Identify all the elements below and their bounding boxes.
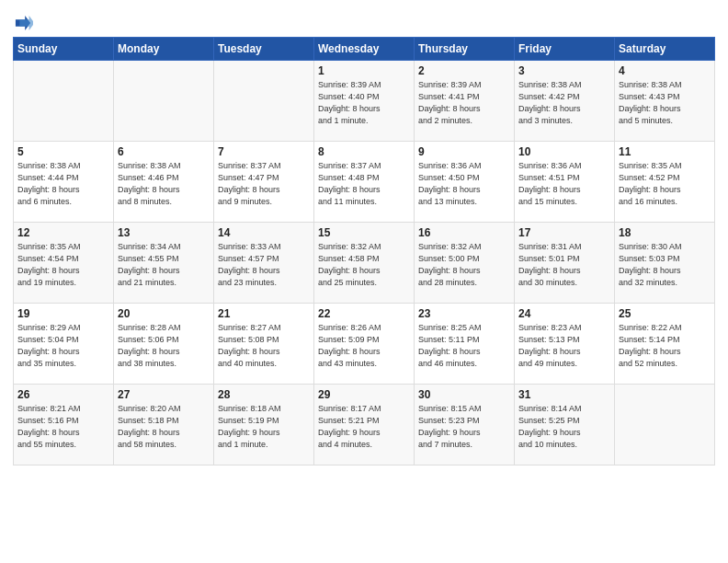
day-cell: 20Sunrise: 8:28 AM Sunset: 5:06 PM Dayli… — [114, 304, 214, 385]
logo — [13, 13, 35, 33]
day-cell: 7Sunrise: 8:37 AM Sunset: 4:47 PM Daylig… — [214, 142, 314, 223]
day-cell: 10Sunrise: 8:36 AM Sunset: 4:51 PM Dayli… — [515, 142, 615, 223]
day-cell: 30Sunrise: 8:15 AM Sunset: 5:23 PM Dayli… — [415, 385, 515, 465]
day-cell: 5Sunrise: 8:38 AM Sunset: 4:44 PM Daylig… — [14, 142, 114, 223]
day-number: 1 — [318, 64, 410, 77]
day-number: 29 — [318, 388, 410, 401]
day-cell: 19Sunrise: 8:29 AM Sunset: 5:04 PM Dayli… — [14, 304, 114, 385]
day-number: 13 — [118, 226, 210, 239]
day-cell — [114, 61, 214, 142]
day-info: Sunrise: 8:30 AM Sunset: 5:03 PM Dayligh… — [619, 241, 711, 289]
day-info: Sunrise: 8:32 AM Sunset: 5:00 PM Dayligh… — [418, 241, 510, 289]
day-info: Sunrise: 8:39 AM Sunset: 4:41 PM Dayligh… — [418, 79, 510, 127]
week-row-3: 12Sunrise: 8:35 AM Sunset: 4:54 PM Dayli… — [14, 223, 715, 304]
day-number: 2 — [418, 64, 510, 77]
day-info: Sunrise: 8:38 AM Sunset: 4:42 PM Dayligh… — [518, 79, 610, 127]
day-cell: 31Sunrise: 8:14 AM Sunset: 5:25 PM Dayli… — [515, 385, 615, 465]
day-cell — [214, 61, 314, 142]
day-cell: 8Sunrise: 8:37 AM Sunset: 4:48 PM Daylig… — [314, 142, 415, 223]
day-number: 30 — [418, 388, 510, 401]
col-header-thursday: Thursday — [415, 38, 515, 61]
day-info: Sunrise: 8:39 AM Sunset: 4:40 PM Dayligh… — [318, 79, 410, 127]
day-number: 25 — [619, 307, 711, 320]
day-cell: 16Sunrise: 8:32 AM Sunset: 5:00 PM Dayli… — [415, 223, 515, 304]
day-cell: 2Sunrise: 8:39 AM Sunset: 4:41 PM Daylig… — [415, 61, 515, 142]
day-cell: 11Sunrise: 8:35 AM Sunset: 4:52 PM Dayli… — [615, 142, 715, 223]
day-info: Sunrise: 8:35 AM Sunset: 4:54 PM Dayligh… — [17, 241, 109, 289]
day-cell: 12Sunrise: 8:35 AM Sunset: 4:54 PM Dayli… — [14, 223, 114, 304]
day-number: 26 — [17, 388, 109, 401]
day-number: 14 — [218, 226, 310, 239]
day-number: 8 — [318, 145, 410, 158]
day-cell: 24Sunrise: 8:23 AM Sunset: 5:13 PM Dayli… — [515, 304, 615, 385]
day-info: Sunrise: 8:37 AM Sunset: 4:47 PM Dayligh… — [218, 160, 310, 208]
day-number: 9 — [418, 145, 510, 158]
day-number: 20 — [118, 307, 210, 320]
day-cell — [615, 385, 715, 465]
day-cell: 21Sunrise: 8:27 AM Sunset: 5:08 PM Dayli… — [214, 304, 314, 385]
day-info: Sunrise: 8:36 AM Sunset: 4:50 PM Dayligh… — [418, 160, 510, 208]
day-cell: 29Sunrise: 8:17 AM Sunset: 5:21 PM Dayli… — [314, 385, 415, 465]
logo-icon — [13, 13, 33, 33]
day-number: 21 — [218, 307, 310, 320]
day-info: Sunrise: 8:26 AM Sunset: 5:09 PM Dayligh… — [318, 322, 410, 370]
day-number: 12 — [17, 226, 109, 239]
col-header-saturday: Saturday — [615, 38, 715, 61]
day-number: 19 — [17, 307, 109, 320]
day-info: Sunrise: 8:37 AM Sunset: 4:48 PM Dayligh… — [318, 160, 410, 208]
day-number: 6 — [118, 145, 210, 158]
day-cell: 1Sunrise: 8:39 AM Sunset: 4:40 PM Daylig… — [314, 61, 415, 142]
calendar-table: SundayMondayTuesdayWednesdayThursdayFrid… — [13, 37, 715, 465]
day-cell: 18Sunrise: 8:30 AM Sunset: 5:03 PM Dayli… — [615, 223, 715, 304]
col-header-sunday: Sunday — [14, 38, 114, 61]
day-number: 23 — [418, 307, 510, 320]
day-info: Sunrise: 8:28 AM Sunset: 5:06 PM Dayligh… — [118, 322, 210, 370]
day-info: Sunrise: 8:18 AM Sunset: 5:19 PM Dayligh… — [218, 403, 310, 451]
day-cell: 23Sunrise: 8:25 AM Sunset: 5:11 PM Dayli… — [415, 304, 515, 385]
col-header-tuesday: Tuesday — [214, 38, 314, 61]
day-number: 15 — [318, 226, 410, 239]
calendar-page: SundayMondayTuesdayWednesdayThursdayFrid… — [0, 0, 728, 478]
day-info: Sunrise: 8:20 AM Sunset: 5:18 PM Dayligh… — [118, 403, 210, 451]
day-info: Sunrise: 8:31 AM Sunset: 5:01 PM Dayligh… — [518, 241, 610, 289]
day-number: 22 — [318, 307, 410, 320]
day-info: Sunrise: 8:29 AM Sunset: 5:04 PM Dayligh… — [17, 322, 109, 370]
day-cell: 15Sunrise: 8:32 AM Sunset: 4:58 PM Dayli… — [314, 223, 415, 304]
day-cell — [14, 61, 114, 142]
col-header-wednesday: Wednesday — [314, 38, 415, 61]
week-row-1: 1Sunrise: 8:39 AM Sunset: 4:40 PM Daylig… — [14, 61, 715, 142]
day-cell: 3Sunrise: 8:38 AM Sunset: 4:42 PM Daylig… — [515, 61, 615, 142]
day-number: 31 — [518, 388, 610, 401]
day-number: 17 — [518, 226, 610, 239]
col-header-friday: Friday — [515, 38, 615, 61]
day-info: Sunrise: 8:35 AM Sunset: 4:52 PM Dayligh… — [619, 160, 711, 208]
header-row: SundayMondayTuesdayWednesdayThursdayFrid… — [14, 38, 715, 61]
day-info: Sunrise: 8:33 AM Sunset: 4:57 PM Dayligh… — [218, 241, 310, 289]
day-number: 24 — [518, 307, 610, 320]
day-info: Sunrise: 8:14 AM Sunset: 5:25 PM Dayligh… — [518, 403, 610, 451]
day-number: 7 — [218, 145, 310, 158]
day-cell: 13Sunrise: 8:34 AM Sunset: 4:55 PM Dayli… — [114, 223, 214, 304]
col-header-monday: Monday — [114, 38, 214, 61]
day-number: 18 — [619, 226, 711, 239]
day-number: 5 — [17, 145, 109, 158]
day-cell: 17Sunrise: 8:31 AM Sunset: 5:01 PM Dayli… — [515, 223, 615, 304]
week-row-4: 19Sunrise: 8:29 AM Sunset: 5:04 PM Dayli… — [14, 304, 715, 385]
day-cell: 4Sunrise: 8:38 AM Sunset: 4:43 PM Daylig… — [615, 61, 715, 142]
day-cell: 26Sunrise: 8:21 AM Sunset: 5:16 PM Dayli… — [14, 385, 114, 465]
day-number: 11 — [619, 145, 711, 158]
day-info: Sunrise: 8:32 AM Sunset: 4:58 PM Dayligh… — [318, 241, 410, 289]
day-info: Sunrise: 8:34 AM Sunset: 4:55 PM Dayligh… — [118, 241, 210, 289]
day-cell: 22Sunrise: 8:26 AM Sunset: 5:09 PM Dayli… — [314, 304, 415, 385]
day-cell: 6Sunrise: 8:38 AM Sunset: 4:46 PM Daylig… — [114, 142, 214, 223]
day-number: 4 — [619, 64, 711, 77]
day-info: Sunrise: 8:17 AM Sunset: 5:21 PM Dayligh… — [318, 403, 410, 451]
week-row-5: 26Sunrise: 8:21 AM Sunset: 5:16 PM Dayli… — [14, 385, 715, 465]
day-info: Sunrise: 8:38 AM Sunset: 4:46 PM Dayligh… — [118, 160, 210, 208]
day-number: 27 — [118, 388, 210, 401]
day-cell: 14Sunrise: 8:33 AM Sunset: 4:57 PM Dayli… — [214, 223, 314, 304]
day-info: Sunrise: 8:25 AM Sunset: 5:11 PM Dayligh… — [418, 322, 510, 370]
day-info: Sunrise: 8:22 AM Sunset: 5:14 PM Dayligh… — [619, 322, 711, 370]
day-cell: 27Sunrise: 8:20 AM Sunset: 5:18 PM Dayli… — [114, 385, 214, 465]
day-number: 3 — [518, 64, 610, 77]
